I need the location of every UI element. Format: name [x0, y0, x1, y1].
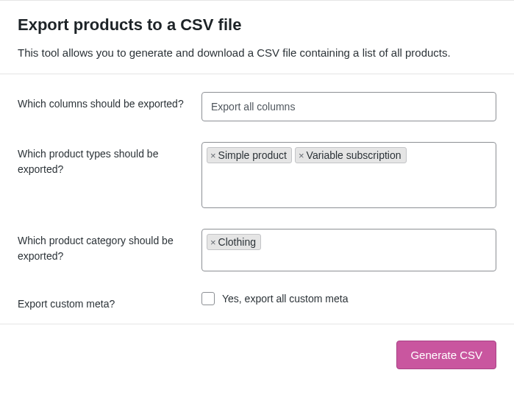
columns-select-value: Export all columns — [211, 101, 295, 113]
control-custom-meta: Yes, export all custom meta — [201, 292, 496, 305]
checkbox-row: Yes, export all custom meta — [201, 292, 496, 305]
row-columns: Which columns should be exported? Export… — [18, 92, 496, 121]
row-product-types: Which product types should be exported? … — [18, 142, 496, 208]
tag-simple-product: × Simple product — [207, 147, 292, 163]
custom-meta-checkbox[interactable] — [201, 292, 215, 305]
panel-header: Export products to a CSV file This tool … — [0, 1, 514, 74]
tag-clothing: × Clothing — [207, 234, 261, 250]
page-description: This tool allows you to generate and dow… — [18, 46, 496, 59]
page-title: Export products to a CSV file — [18, 15, 496, 35]
control-product-types: × Simple product × Variable subscription — [201, 142, 496, 208]
close-icon[interactable]: × — [210, 238, 216, 247]
control-product-category: × Clothing — [201, 229, 496, 271]
close-icon[interactable]: × — [210, 151, 216, 160]
tag-label: Clothing — [218, 236, 256, 248]
close-icon[interactable]: × — [299, 151, 304, 160]
product-types-select[interactable]: × Simple product × Variable subscription — [201, 142, 496, 208]
tag-label: Variable subscription — [307, 149, 401, 161]
panel-footer: Generate CSV — [0, 324, 514, 385]
tag-label: Simple product — [218, 149, 287, 161]
custom-meta-checkbox-label[interactable]: Yes, export all custom meta — [222, 293, 348, 305]
export-panel: Export products to a CSV file This tool … — [0, 0, 514, 385]
label-columns: Which columns should be exported? — [18, 92, 201, 112]
control-columns: Export all columns — [201, 92, 496, 121]
row-product-category: Which product category should be exporte… — [18, 229, 496, 271]
generate-csv-button[interactable]: Generate CSV — [396, 341, 496, 369]
columns-select[interactable]: Export all columns — [201, 92, 496, 121]
label-product-category: Which product category should be exporte… — [18, 229, 201, 264]
label-custom-meta: Export custom meta? — [18, 292, 201, 312]
label-product-types: Which product types should be exported? — [18, 142, 201, 177]
form-section: Which columns should be exported? Export… — [0, 74, 514, 324]
tag-variable-subscription: × Variable subscription — [295, 147, 407, 163]
product-category-select[interactable]: × Clothing — [201, 229, 496, 271]
row-custom-meta: Export custom meta? Yes, export all cust… — [18, 292, 496, 312]
